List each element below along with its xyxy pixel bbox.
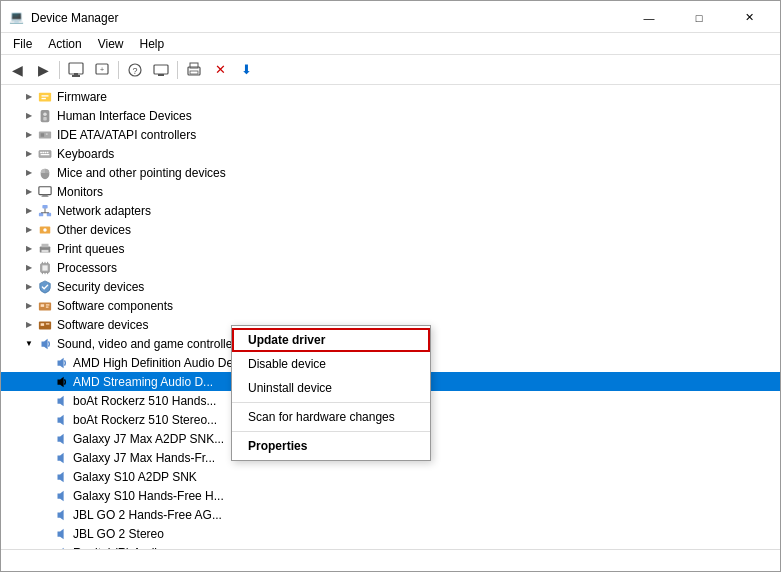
tree-item-other[interactable]: ▶ Other devices — [1, 220, 780, 239]
label-sound: Sound, video and game controllers — [57, 337, 242, 351]
device-manager-window: 💻 Device Manager — □ ✕ File Action View … — [0, 0, 781, 572]
expand-jbl-hf: ▶ — [37, 507, 53, 523]
tree-item-hid[interactable]: ▶ Human Interface Devices — [1, 106, 780, 125]
tree-item-print[interactable]: ▶ Print queues — [1, 239, 780, 258]
icon-galaxy-s10-snk — [53, 469, 69, 485]
expand-mice[interactable]: ▶ — [21, 165, 37, 181]
window-title: Device Manager — [31, 11, 118, 25]
ctx-disable-device[interactable]: Disable device — [232, 352, 430, 376]
label-hid: Human Interface Devices — [57, 109, 192, 123]
toolbar-device-manager[interactable] — [149, 58, 173, 82]
svg-rect-42 — [42, 249, 49, 252]
icon-security — [37, 279, 53, 295]
ctx-uninstall-device[interactable]: Uninstall device — [232, 376, 430, 400]
title-bar: 💻 Device Manager — □ ✕ — [1, 1, 780, 33]
tree-item-galaxy-s10-hf[interactable]: ▶ Galaxy S10 Hands-Free H... — [1, 486, 780, 505]
svg-rect-12 — [190, 71, 198, 74]
label-jbl-hf: JBL GO 2 Hands-Free AG... — [73, 508, 222, 522]
tree-item-jbl-hf[interactable]: ▶ JBL GO 2 Hands-Free AG... — [1, 505, 780, 524]
expand-processors[interactable]: ▶ — [21, 260, 37, 276]
svg-rect-21 — [46, 133, 48, 135]
tree-item-processors[interactable]: ▶ Processors — [1, 258, 780, 277]
menu-help[interactable]: Help — [132, 34, 173, 54]
window-icon: 💻 — [9, 10, 25, 26]
toolbar-help[interactable]: ? — [123, 58, 147, 82]
menu-action[interactable]: Action — [40, 34, 89, 54]
ctx-properties[interactable]: Properties — [232, 434, 430, 458]
svg-marker-62 — [58, 414, 64, 425]
expand-hid[interactable]: ▶ — [21, 108, 37, 124]
ctx-scan-hardware[interactable]: Scan for hardware changes — [232, 405, 430, 429]
toolbar-update[interactable]: ⬇ — [234, 58, 258, 82]
label-network: Network adapters — [57, 204, 151, 218]
expand-monitors[interactable]: ▶ — [21, 184, 37, 200]
expand-software-components[interactable]: ▶ — [21, 298, 37, 314]
label-security: Security devices — [57, 280, 144, 294]
label-mice: Mice and other pointing devices — [57, 166, 226, 180]
ctx-update-driver[interactable]: Update driver — [232, 328, 430, 352]
label-processors: Processors — [57, 261, 117, 275]
svg-marker-63 — [58, 433, 64, 444]
expand-security[interactable]: ▶ — [21, 279, 37, 295]
svg-rect-34 — [47, 212, 51, 216]
close-button[interactable]: ✕ — [726, 8, 772, 28]
svg-text:+: + — [100, 66, 104, 73]
tree-item-software-components[interactable]: ▶ Software components — [1, 296, 780, 315]
expand-print[interactable]: ▶ — [21, 241, 37, 257]
toolbar-delete[interactable]: ✕ — [208, 58, 232, 82]
tree-item-security[interactable]: ▶ Security devices — [1, 277, 780, 296]
expand-boat-stereo: ▶ — [37, 412, 53, 428]
menu-file[interactable]: File — [5, 34, 40, 54]
expand-galaxy-j7-snk: ▶ — [37, 431, 53, 447]
icon-galaxy-j7-snk — [53, 431, 69, 447]
label-monitors: Monitors — [57, 185, 103, 199]
svg-rect-7 — [154, 65, 168, 74]
svg-rect-29 — [39, 186, 51, 194]
toolbar-forward[interactable]: ▶ — [31, 58, 55, 82]
expand-galaxy-j7-hf: ▶ — [37, 450, 53, 466]
menu-view[interactable]: View — [90, 34, 132, 54]
tree-item-firmware[interactable]: ▶ Firmware — [1, 87, 780, 106]
toolbar-properties[interactable] — [64, 58, 88, 82]
label-software-devices: Software devices — [57, 318, 148, 332]
svg-marker-58 — [42, 338, 48, 349]
toolbar-sep-1 — [59, 61, 60, 79]
tree-item-mice[interactable]: ▶ Mice and other pointing devices — [1, 163, 780, 182]
minimize-button[interactable]: — — [626, 8, 672, 28]
expand-network[interactable]: ▶ — [21, 203, 37, 219]
toolbar-sep-3 — [177, 61, 178, 79]
tree-item-realtek[interactable]: ▶ Realtek(R) Audio — [1, 543, 780, 549]
svg-marker-66 — [58, 490, 64, 501]
label-keyboards: Keyboards — [57, 147, 114, 161]
icon-sound — [37, 336, 53, 352]
label-galaxy-j7-snk: Galaxy J7 Max A2DP SNK... — [73, 432, 224, 446]
tree-item-monitors[interactable]: ▶ Monitors — [1, 182, 780, 201]
svg-marker-68 — [58, 528, 64, 539]
tree-item-galaxy-s10-snk[interactable]: ▶ Galaxy S10 A2DP SNK — [1, 467, 780, 486]
tree-item-keyboards[interactable]: ▶ Keyboards — [1, 144, 780, 163]
tree-item-ide[interactable]: ▶ IDE ATA/ATAPI controllers — [1, 125, 780, 144]
expand-ide[interactable]: ▶ — [21, 127, 37, 143]
tree-item-network[interactable]: ▶ Network adapters — [1, 201, 780, 220]
expand-keyboards[interactable]: ▶ — [21, 146, 37, 162]
toolbar-scan[interactable]: + — [90, 58, 114, 82]
toolbar-back[interactable]: ◀ — [5, 58, 29, 82]
expand-other[interactable]: ▶ — [21, 222, 37, 238]
maximize-button[interactable]: □ — [676, 8, 722, 28]
svg-rect-14 — [42, 95, 49, 96]
svg-rect-56 — [41, 323, 45, 326]
svg-rect-8 — [158, 74, 164, 76]
expand-software-devices[interactable]: ▶ — [21, 317, 37, 333]
expand-firmware[interactable]: ▶ — [21, 89, 37, 105]
expand-galaxy-s10-hf: ▶ — [37, 488, 53, 504]
svg-rect-54 — [46, 306, 49, 307]
expand-sound[interactable]: ▼ — [21, 336, 37, 352]
icon-hid — [37, 108, 53, 124]
toolbar-print[interactable] — [182, 58, 206, 82]
expand-jbl-stereo: ▶ — [37, 526, 53, 542]
icon-other — [37, 222, 53, 238]
tree-item-jbl-stereo[interactable]: ▶ JBL GO 2 Stereo — [1, 524, 780, 543]
label-galaxy-s10-snk: Galaxy S10 A2DP SNK — [73, 470, 197, 484]
svg-marker-65 — [58, 471, 64, 482]
tree-view[interactable]: ▶ Firmware ▶ Human Interface Devices ▶ — [1, 85, 780, 549]
